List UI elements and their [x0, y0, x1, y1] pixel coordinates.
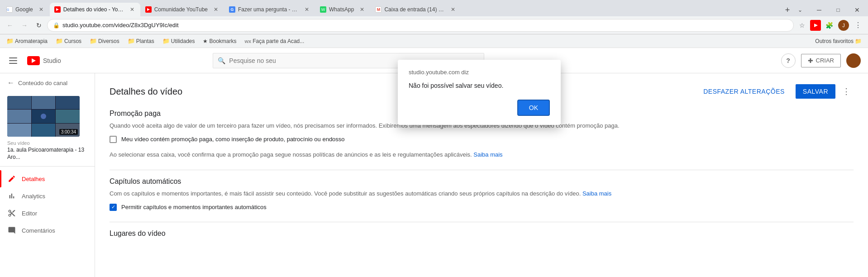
new-tab-button[interactable]: +	[781, 4, 794, 16]
forward-button[interactable]: →	[18, 19, 31, 32]
sidebar-item-comentarios[interactable]: Comentários	[0, 222, 95, 239]
bookmark-faca-parte[interactable]: wx Faça parte da Acad...	[242, 37, 307, 45]
tab-label-gmail: Caixa de entrada (14) - janainasa...	[384, 6, 445, 13]
outros-favoritos-button[interactable]: Outros favoritos 📁	[812, 37, 864, 45]
reload-button[interactable]: ↻	[33, 19, 45, 32]
tab-close-google[interactable]: ✕	[38, 6, 45, 13]
lugares-title: Lugares do vídeo	[110, 229, 854, 238]
capitulos-checkbox[interactable]: ✓	[110, 204, 117, 211]
folder-icon: 📁	[128, 38, 135, 44]
tab-close-community[interactable]: ✕	[212, 6, 219, 13]
hamburger-menu[interactable]	[7, 54, 20, 67]
tab-close-youtube-studio[interactable]: ✕	[129, 6, 136, 13]
bookmark-utilidades[interactable]: 📁 Utilidades	[160, 37, 198, 45]
comment-icon	[7, 226, 16, 234]
bookmark-diversos[interactable]: 📁 Diversos	[87, 37, 122, 45]
sidebar-video-label: Seu vídeo	[7, 140, 87, 146]
tab-close-gmail[interactable]: ✕	[449, 6, 457, 13]
more-options-button[interactable]: ⋮	[839, 84, 854, 99]
bookmark-star-button[interactable]: ☆	[796, 19, 808, 32]
promocao-paga-confirm: Ao selecionar essa caixa, você confirma …	[110, 150, 854, 159]
search-icon: 🔍	[218, 57, 225, 64]
thumb-person-7	[7, 124, 31, 137]
criar-button[interactable]: ✚ CRIAR	[801, 54, 841, 67]
wx-icon: wx	[245, 38, 252, 44]
pencil-icon	[7, 175, 16, 183]
folder-icon: 📁	[855, 38, 862, 44]
header-avatar[interactable]	[846, 53, 861, 68]
tab-question[interactable]: G Fazer uma pergunta - Comunida... ✕	[224, 3, 315, 16]
desfazer-button[interactable]: DESFAZER ALTERAÇÕES	[696, 84, 792, 99]
folder-icon: 📁	[56, 38, 63, 44]
ok-button[interactable]: OK	[517, 100, 550, 116]
sidebar-back-button[interactable]: ← Conteúdo do canal	[0, 73, 95, 92]
bookmark-label: Bookmarks	[209, 38, 236, 44]
tab-favicon-community	[145, 6, 152, 13]
criar-icon: ✚	[808, 57, 813, 64]
profile-avatar: J	[838, 20, 849, 31]
hamburger-line-2	[9, 60, 17, 61]
promocao-paga-link[interactable]: Saiba mais	[473, 151, 502, 158]
capitulos-link[interactable]: Saiba mais	[582, 190, 611, 197]
tab-favicon-youtube-studio	[54, 6, 61, 13]
yt-logo-icon	[27, 56, 40, 65]
star-icon: ★	[203, 38, 208, 44]
tab-favicon-google: G	[6, 6, 13, 13]
capitulos-title: Capítulos automáticos	[110, 177, 854, 186]
folder-icon: 📁	[90, 38, 97, 44]
yt-studio-text: Studio	[43, 57, 61, 64]
help-button[interactable]: ?	[781, 53, 796, 68]
video-duration: 3:00:34	[59, 129, 78, 135]
bookmark-aromaterapia[interactable]: 📁 Aromaterapia	[4, 37, 50, 45]
capitulos-desc: Com os capítulos e momentos importantes,…	[110, 189, 854, 198]
maximize-button[interactable]: □	[829, 4, 847, 16]
tab-whatsapp[interactable]: W WhatsApp ✕	[315, 3, 370, 16]
divider-2	[110, 222, 854, 222]
tab-close-question[interactable]: ✕	[303, 6, 310, 13]
back-button[interactable]: ←	[4, 19, 16, 32]
more-vert-icon: ⋮	[842, 86, 850, 96]
tab-label-question: Fazer uma pergunta - Comunida...	[238, 6, 299, 13]
svg-text:G: G	[7, 8, 9, 11]
tab-community[interactable]: Comunidade YouTube ✕	[141, 3, 224, 16]
thumb-person-2	[32, 96, 56, 109]
promocao-paga-checkbox[interactable]	[110, 136, 117, 143]
back-arrow-icon: ←	[7, 79, 14, 87]
divider-1	[110, 170, 854, 170]
tab-youtube-studio[interactable]: Detalhes do vídeo - YouTube Stu... ✕	[50, 3, 140, 16]
bookmark-cursos[interactable]: 📁 Cursos	[53, 37, 84, 45]
bookmark-label: Plantas	[136, 38, 154, 44]
yt-icon-button[interactable]	[810, 20, 821, 31]
sidebar-item-editor[interactable]: Editor	[0, 205, 95, 222]
salvar-button[interactable]: SALVAR	[796, 84, 835, 99]
close-button[interactable]: ✕	[848, 4, 866, 16]
dialog-actions: OK	[409, 100, 550, 116]
tab-google[interactable]: G Google ✕	[2, 3, 49, 16]
url-bar[interactable]: 🔒 studio.youtube.com/video/Z8x3DgUY9Ic/e…	[47, 19, 794, 32]
extensions-button[interactable]: 🧩	[823, 19, 835, 32]
address-right: ☆ 🧩 J ⋮	[796, 19, 864, 32]
tab-search-button[interactable]: ⌄	[796, 5, 805, 14]
thumb-person-6	[56, 110, 80, 123]
lock-icon: 🔒	[53, 22, 60, 29]
dialog-message: Não foi possível salvar seu vídeo.	[409, 81, 550, 91]
bar-chart-icon	[7, 192, 16, 200]
tab-close-whatsapp[interactable]: ✕	[358, 6, 366, 13]
bookmark-bookmarks[interactable]: ★ Bookmarks	[200, 37, 239, 45]
promocao-paga-checkbox-label: Meu vídeo contém promoção paga, como ins…	[121, 136, 345, 143]
url-text: studio.youtube.com/video/Z8x3DgUY9Ic/edi…	[62, 22, 788, 29]
sidebar-item-analytics[interactable]: Analytics	[0, 187, 95, 205]
tab-bar: G Google ✕ Detalhes do vídeo - YouTube S…	[0, 0, 868, 16]
bookmark-plantas[interactable]: 📁 Plantas	[125, 37, 157, 45]
tab-label-youtube-studio: Detalhes do vídeo - YouTube Stu...	[63, 6, 124, 13]
more-options-button[interactable]: ⋮	[852, 19, 864, 32]
tab-gmail[interactable]: M Caixa de entrada (14) - janainasa... ✕	[371, 3, 461, 16]
yt-studio-logo[interactable]: Studio	[27, 56, 61, 65]
alert-dialog: studio.youtube.com diz Não foi possível …	[398, 60, 561, 125]
account-button[interactable]: J	[837, 19, 850, 32]
bookmark-label: Cursos	[64, 38, 81, 44]
thumb-person-5	[32, 110, 56, 123]
minimize-button[interactable]: ─	[810, 4, 828, 16]
sidebar-item-detalhes[interactable]: Detalhes	[0, 170, 95, 187]
sidebar-detalhes-label: Detalhes	[22, 176, 45, 182]
